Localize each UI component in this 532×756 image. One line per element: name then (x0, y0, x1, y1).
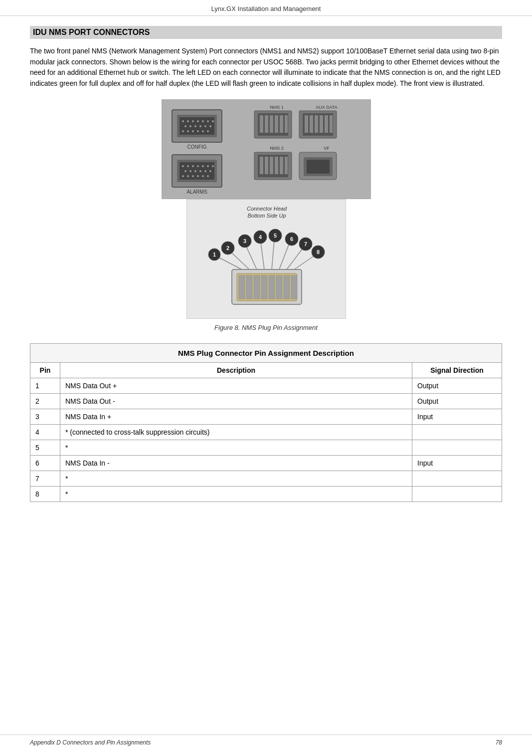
cell-description: * (60, 486, 412, 502)
svg-rect-61 (315, 115, 318, 133)
svg-rect-87 (276, 275, 282, 299)
svg-point-6 (192, 120, 194, 122)
svg-rect-72 (275, 157, 278, 174)
page-footer: Appendix D Connectors and Pin Assignment… (0, 735, 532, 746)
svg-point-33 (212, 165, 214, 167)
table-row: 5* (30, 440, 502, 455)
svg-point-22 (207, 130, 209, 132)
svg-point-13 (194, 125, 196, 127)
svg-rect-89 (291, 275, 297, 299)
svg-line-108 (287, 249, 303, 269)
cell-pin: 2 (30, 393, 60, 409)
svg-point-42 (192, 175, 194, 177)
svg-rect-59 (305, 115, 308, 133)
svg-rect-56 (285, 115, 288, 133)
cell-signal (412, 424, 502, 440)
section-title: IDU NMS PORT CONNECTORS (30, 26, 502, 39)
svg-rect-74 (285, 157, 288, 174)
svg-text:8: 8 (316, 249, 319, 255)
svg-point-28 (187, 165, 189, 167)
svg-point-45 (207, 175, 209, 177)
svg-line-93 (231, 252, 249, 269)
table-row: 6NMS Data In -Input (30, 455, 502, 471)
svg-rect-54 (275, 115, 278, 133)
svg-rect-73 (280, 157, 283, 174)
table-row: 4* (connected to cross-talk suppression … (30, 424, 502, 440)
svg-text:NMS 2: NMS 2 (270, 146, 284, 151)
table-row: 7* (30, 471, 502, 486)
cell-pin: 6 (30, 455, 60, 471)
svg-rect-70 (265, 157, 268, 174)
cell-description: * (connected to cross-talk suppression c… (60, 424, 412, 440)
svg-text:6: 6 (290, 236, 293, 242)
footer-right: 78 (496, 739, 502, 746)
svg-point-18 (187, 130, 189, 132)
svg-line-99 (261, 242, 264, 269)
table-title: NMS Plug Connector Pin Assignment Descri… (30, 343, 502, 362)
svg-point-29 (192, 165, 194, 167)
svg-rect-60 (310, 115, 313, 133)
svg-text:2: 2 (226, 245, 229, 251)
pin-assignment-table: NMS Plug Connector Pin Assignment Descri… (30, 343, 502, 502)
svg-point-19 (192, 130, 194, 132)
svg-text:ALARMS: ALARMS (186, 189, 207, 195)
svg-point-31 (202, 165, 204, 167)
svg-point-21 (202, 130, 204, 132)
svg-text:Bottom Side Up: Bottom Side Up (247, 213, 286, 219)
cell-signal: Output (412, 393, 502, 409)
svg-text:CONFIG: CONFIG (187, 144, 206, 150)
connector-diagram-image: Connector Head Bottom Side Up 1 2 (186, 199, 346, 319)
svg-rect-53 (270, 115, 273, 133)
cell-signal (412, 440, 502, 455)
svg-point-35 (189, 170, 191, 172)
svg-rect-82 (239, 275, 245, 299)
col-header-signal: Signal Direction (412, 362, 502, 378)
cell-description: NMS Data Out + (60, 378, 412, 393)
svg-point-15 (204, 125, 206, 127)
svg-line-96 (246, 246, 257, 269)
svg-text:3: 3 (243, 238, 246, 244)
cell-pin: 8 (30, 486, 60, 502)
svg-point-37 (199, 170, 201, 172)
svg-point-34 (184, 170, 186, 172)
svg-text:5: 5 (273, 233, 276, 239)
svg-text:Connector Head: Connector Head (246, 206, 287, 212)
cell-description: * (60, 440, 412, 455)
svg-point-5 (187, 120, 189, 122)
svg-point-7 (197, 120, 199, 122)
svg-point-4 (182, 120, 184, 122)
svg-point-36 (194, 170, 196, 172)
svg-point-12 (189, 125, 191, 127)
column-header-row: Pin Description Signal Direction (30, 362, 502, 378)
svg-point-20 (197, 130, 199, 132)
cell-pin: 5 (30, 440, 60, 455)
cell-signal: Output (412, 378, 502, 393)
cell-signal (412, 471, 502, 486)
page-content: IDU NMS PORT CONNECTORS The two front pa… (0, 16, 532, 532)
footer-left: Appendix D Connectors and Pin Assignment… (30, 739, 151, 746)
cell-signal (412, 486, 502, 502)
svg-rect-62 (320, 115, 323, 133)
svg-rect-86 (269, 275, 275, 299)
svg-point-32 (207, 165, 209, 167)
svg-point-43 (197, 175, 199, 177)
svg-rect-88 (284, 275, 290, 299)
svg-point-11 (184, 125, 186, 127)
svg-point-30 (197, 165, 199, 167)
table-row: 8* (30, 486, 502, 502)
svg-rect-85 (261, 275, 267, 299)
col-header-description: Description (60, 362, 412, 378)
nms-panel-image: CONFIG ALARMS NMS 1 AUX DATA (162, 99, 371, 199)
body-text: The two front panel NMS (Network Managem… (30, 46, 502, 89)
svg-point-16 (209, 125, 211, 127)
svg-point-17 (182, 130, 184, 132)
svg-text:NMS 1: NMS 1 (270, 105, 284, 110)
table-title-row: NMS Plug Connector Pin Assignment Descri… (30, 343, 502, 362)
svg-rect-69 (260, 157, 263, 174)
svg-rect-52 (265, 115, 268, 133)
svg-point-40 (182, 175, 184, 177)
page-header: Lynx.GX Installation and Management (0, 0, 532, 16)
figure-container: CONFIG ALARMS NMS 1 AUX DATA (30, 99, 502, 331)
cell-description: * (60, 471, 412, 486)
svg-point-14 (199, 125, 201, 127)
